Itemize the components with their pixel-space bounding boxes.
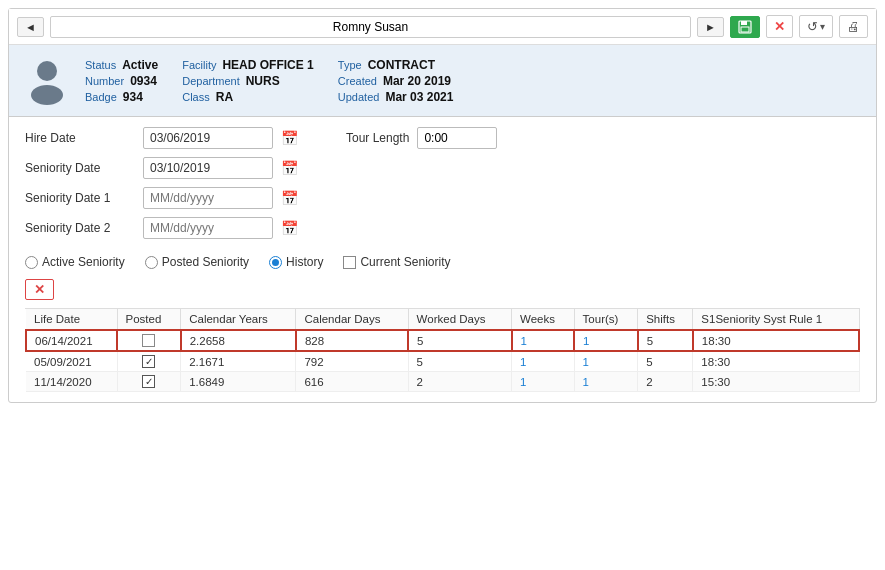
cell-shifts: 5 <box>638 330 693 351</box>
cell-worked-days: 5 <box>408 351 511 372</box>
cell-calendar-days: 828 <box>296 330 408 351</box>
number-value: 0934 <box>130 74 157 88</box>
cell-s1: 18:30 <box>693 330 859 351</box>
svg-point-4 <box>31 85 63 105</box>
badge-value: 934 <box>123 90 143 104</box>
status-section: Status Active <box>85 58 158 72</box>
undo-icon: ↺ <box>807 19 818 34</box>
cell-weeks: 1 <box>512 351 575 372</box>
seniority-date2-calendar-icon[interactable]: 📅 <box>281 220 298 236</box>
col-shifts: Shifts <box>638 309 693 330</box>
table-body: 06/14/2021 2.2658 828 5 1 1 5 18:30 05/0… <box>26 330 859 392</box>
save-button[interactable] <box>730 16 760 38</box>
emp-col-right: Type CONTRACT Created Mar 20 2019 Update… <box>338 58 454 104</box>
department-value: NURS <box>246 74 280 88</box>
cancel-button[interactable]: ✕ <box>766 15 793 38</box>
avatar <box>21 53 73 108</box>
posted-checkbox[interactable]: ✓ <box>142 355 155 368</box>
prev-button[interactable]: ◄ <box>17 17 44 37</box>
history-circle <box>269 256 282 269</box>
col-tours: Tour(s) <box>574 309 638 330</box>
radio-row: Active Seniority Posted Seniority Histor… <box>25 247 860 275</box>
cell-posted: ✓ <box>117 372 181 392</box>
history-label: History <box>286 255 323 269</box>
seniority-date1-calendar-icon[interactable]: 📅 <box>281 190 298 206</box>
tour-length-input[interactable] <box>417 127 497 149</box>
posted-checkbox[interactable] <box>142 334 155 347</box>
created-label: Created <box>338 75 377 87</box>
svg-rect-1 <box>741 21 747 25</box>
status-value: Active <box>122 58 158 72</box>
class-value: RA <box>216 90 233 104</box>
next-button[interactable]: ► <box>697 17 724 37</box>
employee-name-input[interactable] <box>50 16 691 38</box>
col-worked-days: Worked Days <box>408 309 511 330</box>
col-calendar-years: Calendar Years <box>181 309 296 330</box>
seniority-date-label: Seniority Date <box>25 161 135 175</box>
form-area: Hire Date 📅 Tour Length Seniority Date 📅… <box>9 117 876 402</box>
print-button[interactable]: 🖨 <box>839 15 868 38</box>
seniority-date1-row: Seniority Date 1 📅 <box>25 187 860 209</box>
hire-date-input[interactable] <box>143 127 273 149</box>
seniority-date1-input[interactable] <box>143 187 273 209</box>
cell-life-date: 11/14/2020 <box>26 372 117 392</box>
posted-seniority-label: Posted Seniority <box>162 255 249 269</box>
type-value: CONTRACT <box>368 58 435 72</box>
posted-seniority-circle <box>145 256 158 269</box>
cell-tours: 1 <box>574 372 638 392</box>
cell-tours: 1 <box>574 351 638 372</box>
tour-length-label: Tour Length <box>346 131 409 145</box>
delete-button[interactable]: ✕ <box>25 279 54 300</box>
number-section: Number 0934 <box>85 74 158 88</box>
cell-s1: 15:30 <box>693 372 859 392</box>
emp-col-middle: Facility HEAD OFFICE 1 Department NURS C… <box>182 58 314 104</box>
facility-value: HEAD OFFICE 1 <box>222 58 313 72</box>
current-seniority-checkbox[interactable]: Current Seniority <box>343 255 450 269</box>
col-posted: Posted <box>117 309 181 330</box>
seniority-date2-input[interactable] <box>143 217 273 239</box>
col-calendar-days: Calendar Days <box>296 309 408 330</box>
cell-calendar-days: 792 <box>296 351 408 372</box>
cell-life-date: 05/09/2021 <box>26 351 117 372</box>
badge-section: Badge 934 <box>85 90 158 104</box>
updated-label: Updated <box>338 91 380 103</box>
tour-length-section: Tour Length <box>346 127 497 149</box>
action-row: ✕ <box>25 275 860 306</box>
cell-shifts: 2 <box>638 372 693 392</box>
posted-seniority-radio[interactable]: Posted Seniority <box>145 255 249 269</box>
class-label: Class <box>182 91 210 103</box>
employee-header: Status Active Number 0934 Badge 934 Faci… <box>9 45 876 117</box>
current-seniority-cb <box>343 256 356 269</box>
active-seniority-radio[interactable]: Active Seniority <box>25 255 125 269</box>
department-label: Department <box>182 75 239 87</box>
cell-posted <box>117 330 181 351</box>
seniority-date-calendar-icon[interactable]: 📅 <box>281 160 298 176</box>
facility-section: Facility HEAD OFFICE 1 <box>182 58 314 72</box>
class-section: Class RA <box>182 90 314 104</box>
type-section: Type CONTRACT <box>338 58 454 72</box>
department-section: Department NURS <box>182 74 314 88</box>
badge-label: Badge <box>85 91 117 103</box>
active-seniority-label: Active Seniority <box>42 255 125 269</box>
seniority-date-input[interactable] <box>143 157 273 179</box>
hire-date-calendar-icon[interactable]: 📅 <box>281 130 298 146</box>
current-seniority-label: Current Seniority <box>360 255 450 269</box>
cell-worked-days: 5 <box>408 330 511 351</box>
history-radio[interactable]: History <box>269 255 323 269</box>
svg-rect-2 <box>741 27 749 32</box>
employee-info: Status Active Number 0934 Badge 934 Faci… <box>85 58 864 104</box>
undo-button[interactable]: ↺ ▾ <box>799 15 833 38</box>
created-section: Created Mar 20 2019 <box>338 74 454 88</box>
seniority-date-row: Seniority Date 📅 <box>25 157 860 179</box>
col-weeks: Weeks <box>512 309 575 330</box>
table-header-row: Life Date Posted Calendar Years Calendar… <box>26 309 859 330</box>
seniority-table: Life Date Posted Calendar Years Calendar… <box>25 309 860 392</box>
posted-checkbox[interactable]: ✓ <box>142 375 155 388</box>
cell-calendar-years: 1.6849 <box>181 372 296 392</box>
save-icon <box>738 20 752 34</box>
undo-chevron: ▾ <box>820 21 825 32</box>
facility-label: Facility <box>182 59 216 71</box>
print-icon: 🖨 <box>847 19 860 34</box>
table-row: 06/14/2021 2.2658 828 5 1 1 5 18:30 <box>26 330 859 351</box>
cell-s1: 18:30 <box>693 351 859 372</box>
